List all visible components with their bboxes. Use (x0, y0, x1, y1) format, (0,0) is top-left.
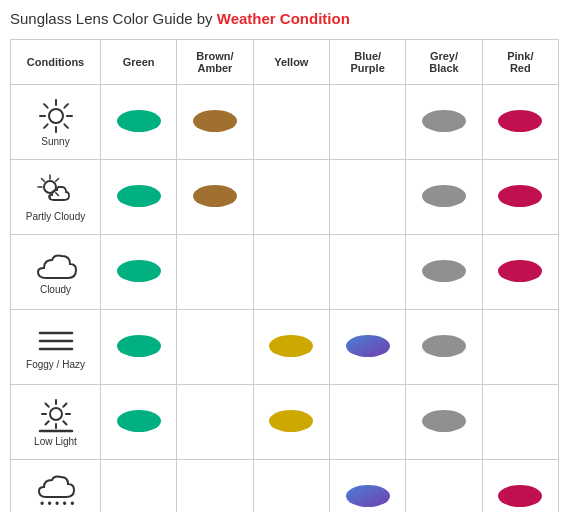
svg-line-7 (64, 104, 68, 108)
condition-cell-cloudy: Cloudy (11, 235, 101, 310)
condition-icon (38, 125, 74, 136)
table-row: Partly Cloudy (11, 160, 559, 235)
svg-point-46 (269, 410, 313, 432)
svg-point-31 (117, 335, 161, 357)
lens-yellow (267, 332, 315, 360)
lens-cell-blue (329, 85, 405, 160)
condition-icon (34, 273, 78, 284)
svg-point-50 (498, 485, 542, 507)
svg-point-49 (346, 485, 390, 507)
table-row: Foggy / Hazy (11, 310, 559, 385)
lens-grey (420, 332, 468, 360)
condition-label: Cloudy (13, 284, 98, 295)
lens-cell-green (101, 460, 177, 513)
lens-green (115, 257, 163, 285)
svg-point-0 (49, 109, 63, 123)
condition-cell-sunny: Sunny (11, 85, 101, 160)
lens-cell-pink (482, 385, 558, 460)
lens-pink (496, 482, 544, 510)
col-header-blue: Blue/Purple (329, 40, 405, 85)
lens-grey (420, 407, 468, 435)
condition-cell-foggy-/-hazy: Foggy / Hazy (11, 310, 101, 385)
lens-cell-green (101, 310, 177, 385)
svg-point-9 (117, 110, 161, 132)
svg-point-45 (117, 410, 161, 432)
svg-point-24 (498, 185, 542, 207)
condition-cell-low-light: Low Light (11, 385, 101, 460)
lens-green (115, 332, 163, 360)
page-title: Sunglass Lens Color Guide by Weather Con… (10, 10, 559, 27)
col-header-green: Green (101, 40, 177, 85)
lens-cell-brown (177, 235, 253, 310)
lens-pink (496, 107, 544, 135)
svg-point-21 (117, 185, 161, 207)
lens-cell-grey (406, 310, 482, 385)
lens-guide-table: Conditions Green Brown/Amber Yellow Blue… (10, 39, 559, 512)
condition-label: Sunny (13, 136, 98, 147)
lens-cell-green (101, 235, 177, 310)
svg-line-42 (63, 403, 66, 406)
condition-label: Foggy / Hazy (13, 359, 98, 370)
title-part2: Weather Condition (217, 10, 350, 27)
svg-point-11 (422, 110, 466, 132)
sunny-icon (38, 98, 74, 134)
condition-icon: • • • • • (34, 500, 78, 511)
lens-cell-pink (482, 460, 558, 513)
condition-cell-snowy: • • • • • Snowy (11, 460, 101, 513)
lens-cell-pink (482, 85, 558, 160)
title-part1: Sunglass Lens Color Guide by (10, 10, 217, 27)
svg-point-34 (422, 335, 466, 357)
svg-line-41 (63, 421, 66, 424)
low-light-icon (36, 398, 76, 434)
lens-brown (191, 107, 239, 135)
lens-grey (420, 107, 468, 135)
col-header-yellow: Yellow (253, 40, 329, 85)
svg-line-20 (55, 178, 58, 181)
lens-cell-yellow (253, 235, 329, 310)
svg-text:• • • • •: • • • • • (40, 497, 74, 509)
lens-cell-brown (177, 85, 253, 160)
condition-label: Low Light (13, 436, 98, 447)
lens-cell-grey (406, 235, 482, 310)
lens-cell-brown (177, 160, 253, 235)
col-header-brown: Brown/Amber (177, 40, 253, 85)
svg-point-32 (269, 335, 313, 357)
lens-cell-yellow (253, 460, 329, 513)
svg-line-8 (44, 124, 48, 128)
lens-cell-brown (177, 460, 253, 513)
lens-pink (496, 257, 544, 285)
condition-label: Partly Cloudy (13, 211, 98, 222)
lens-cell-yellow (253, 160, 329, 235)
lens-brown (191, 182, 239, 210)
condition-cell-partly-cloudy: Partly Cloudy (11, 160, 101, 235)
table-row: Cloudy (11, 235, 559, 310)
svg-line-18 (41, 178, 44, 181)
partly-cloudy-icon (36, 173, 76, 209)
svg-point-12 (498, 110, 542, 132)
svg-line-5 (44, 104, 48, 108)
lens-cell-pink (482, 235, 558, 310)
lens-cell-blue (329, 385, 405, 460)
lens-cell-yellow (253, 310, 329, 385)
svg-line-6 (64, 124, 68, 128)
lens-cell-grey (406, 85, 482, 160)
svg-line-40 (45, 403, 48, 406)
col-header-pink: Pink/Red (482, 40, 558, 85)
lens-cell-blue (329, 160, 405, 235)
lens-cell-green (101, 85, 177, 160)
lens-cell-brown (177, 310, 253, 385)
lens-green (115, 182, 163, 210)
lens-green (115, 107, 163, 135)
lens-cell-green (101, 160, 177, 235)
svg-point-35 (50, 408, 62, 420)
lens-yellow (267, 407, 315, 435)
table-row: • • • • • Snowy (11, 460, 559, 513)
svg-point-23 (422, 185, 466, 207)
svg-point-26 (422, 260, 466, 282)
lens-cell-grey (406, 385, 482, 460)
condition-icon (36, 348, 76, 359)
svg-point-47 (422, 410, 466, 432)
lens-blue (344, 482, 392, 510)
lens-grey (420, 182, 468, 210)
foggy-icon (36, 325, 76, 357)
